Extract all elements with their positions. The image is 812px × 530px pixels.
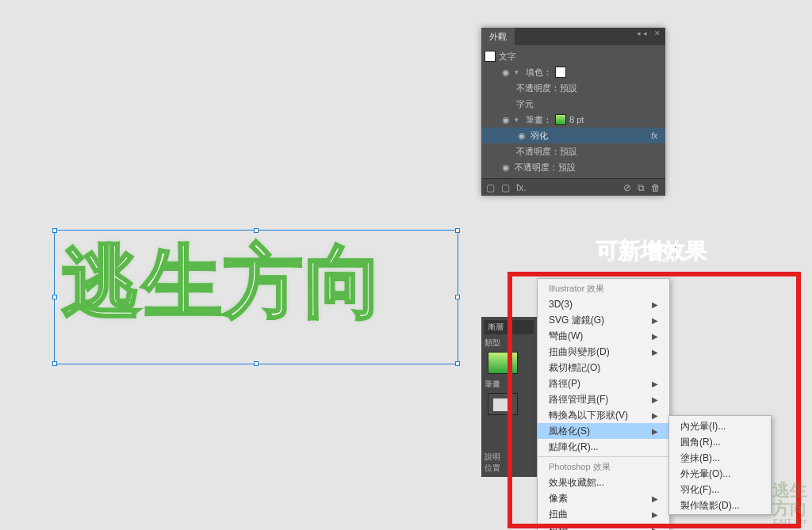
chevron-right-icon: ▶ (652, 395, 658, 404)
submenu-item[interactable]: 內光暈(I)... (669, 418, 771, 433)
submenu-item[interactable]: 塗抹(B)... (669, 449, 771, 465)
duplicate-icon[interactable]: ⧉ (638, 182, 645, 193)
opacity-label2: 不透明度：預設 (516, 146, 577, 158)
appearance-panel: ◂◂ ✕ 外觀 文字 ◉ ▾ 填色： 不透明度：預設 字元 ◉ ▾ 筆畫： 8 … (481, 28, 665, 196)
menu-item[interactable]: 彎曲(W)▶ (538, 328, 669, 344)
menu-item[interactable]: 扭曲▶ (538, 506, 669, 522)
gradient-thumb[interactable] (488, 352, 518, 374)
row-feather[interactable]: ◉ 羽化 fx (481, 128, 665, 143)
chevron-right-icon: ▶ (652, 510, 658, 519)
row-text-type[interactable]: 文字 (481, 48, 665, 64)
submenu-item[interactable]: 圓角(R)... (669, 433, 771, 449)
chevron-right-icon: ▶ (652, 300, 658, 309)
handle-l[interactable] (52, 295, 57, 299)
new-fill-icon[interactable]: ▢ (486, 182, 495, 193)
opacity-bottom-label: 不透明度：預設 (515, 162, 576, 173)
stack-thumb[interactable] (488, 393, 518, 415)
chevron-right-icon: ▶ (652, 332, 658, 341)
handle-br[interactable] (455, 361, 460, 366)
menu-item-label: 效果收藏館... (549, 476, 604, 490)
panel2-row1: 類型 (485, 337, 534, 349)
row-stroke-opacity[interactable]: 不透明度：預設 (481, 143, 665, 159)
row-fill-opacity[interactable]: 不透明度：預設 (481, 80, 665, 96)
menu-item[interactable]: 扭曲與變形(D)▶ (538, 344, 669, 360)
chevron-down-icon[interactable]: ▾ (515, 116, 523, 124)
chevron-right-icon: ▶ (652, 526, 658, 531)
watermark: 逃生 方向 EXIT Str (772, 481, 807, 525)
submenu-item[interactable]: 羽化(F)... (669, 481, 771, 497)
panel-footer: ▢ ▢ fx. ⊘ ⧉ 🗑 (481, 178, 665, 196)
menu-item[interactable]: 風格化(S)▶ (538, 423, 669, 439)
selection-bounds (54, 230, 458, 364)
watermark-line1: 逃生 (772, 480, 807, 500)
chevron-right-icon: ▶ (652, 494, 658, 503)
menu-item[interactable]: 模糊▶ (538, 522, 669, 530)
eye-icon[interactable]: ◉ (500, 115, 511, 125)
menu-item-label: 彎曲(W) (549, 330, 583, 343)
row-stroke[interactable]: ◉ ▾ 筆畫： 8 pt (481, 112, 665, 128)
text-type-label: 文字 (499, 51, 516, 63)
chevron-right-icon: ▶ (652, 348, 658, 357)
chevron-down-icon[interactable]: ▾ (515, 68, 523, 76)
trash-icon[interactable]: 🗑 (651, 182, 661, 193)
menu-item-label: 扭曲 (549, 508, 568, 521)
menu-item[interactable]: 轉換為以下形狀(V)▶ (538, 407, 669, 423)
panel-body: 文字 ◉ ▾ 填色： 不透明度：預設 字元 ◉ ▾ 筆畫： 8 pt ◉ 羽化 … (481, 45, 665, 178)
submenu-item[interactable]: 外光暈(O)... (669, 465, 771, 481)
menu-item[interactable]: 效果收藏館... (538, 475, 669, 490)
handle-bl[interactable] (52, 361, 57, 366)
handle-tr[interactable] (455, 228, 460, 233)
chevron-right-icon: ▶ (652, 427, 658, 436)
fx-menu-icon[interactable]: fx. (516, 182, 527, 193)
menu-item[interactable]: SVG 濾鏡(G)▶ (538, 312, 669, 328)
row-char[interactable]: 字元 (481, 96, 665, 112)
panel-collapse-icon[interactable]: ◂◂ ✕ (637, 29, 663, 37)
handle-t[interactable] (254, 228, 259, 233)
chevron-right-icon: ▶ (652, 379, 658, 388)
eye-icon[interactable]: ◉ (500, 67, 511, 78)
menu-item[interactable]: 路徑管理員(F)▶ (538, 391, 669, 407)
annotation-label: 可新增效果 (596, 236, 707, 266)
menu-item[interactable]: 點陣化(R)... (538, 439, 669, 455)
gradient-panel-tab[interactable]: 漸層 (485, 320, 534, 334)
menu-separator (538, 456, 669, 457)
fill-label: 填色： (526, 67, 552, 78)
stroke-size: 8 pt (569, 115, 584, 124)
menu-item-label: 像素 (549, 492, 568, 505)
submenu-item[interactable]: 製作陰影(D)... (669, 497, 771, 513)
chevron-right-icon: ▶ (652, 411, 658, 420)
menu-header: Photoshop 效果 (538, 459, 669, 475)
fill-swatch[interactable] (555, 67, 566, 78)
menu-item-label: 模糊 (549, 524, 568, 531)
char-label: 字元 (516, 98, 534, 110)
row-fill[interactable]: ◉ ▾ 填色： (481, 64, 665, 80)
menu-item-label: 3D(3) (549, 299, 573, 310)
row-opacity-bottom[interactable]: ◉ 不透明度：預設 (481, 159, 665, 175)
eye-icon[interactable]: ◉ (500, 162, 511, 173)
menu-item-label: 扭曲與變形(D) (549, 345, 610, 359)
feather-label: 羽化 (530, 130, 548, 142)
menu-item-label: 點陣化(R)... (549, 440, 599, 454)
handle-tl[interactable] (52, 228, 57, 233)
menu-item-label: 路徑管理員(F) (549, 393, 608, 406)
handle-b[interactable] (254, 361, 259, 366)
menu-item[interactable]: 裁切標記(O) (538, 360, 669, 376)
tab-appearance[interactable]: 外觀 (481, 28, 515, 46)
handle-r[interactable] (455, 295, 460, 299)
effects-context-menu: Illustrator 效果3D(3)▶SVG 濾鏡(G)▶彎曲(W)▶扭曲與變… (537, 278, 670, 530)
eye-icon[interactable]: ◉ (516, 131, 527, 141)
new-stroke-icon[interactable]: ▢ (501, 182, 510, 193)
text-swatch (485, 51, 496, 62)
watermark-line2: 方向 (772, 498, 807, 518)
clear-icon[interactable]: ⊘ (623, 182, 631, 193)
menu-item[interactable]: 路徑(P)▶ (538, 376, 669, 391)
menu-item-label: 風格化(S) (549, 425, 590, 438)
watermark-small: EXIT Str (772, 518, 807, 525)
stroke-swatch[interactable] (555, 114, 566, 125)
menu-item[interactable]: 像素▶ (538, 490, 669, 506)
panel2-row3: 說明 (485, 452, 534, 463)
chevron-right-icon: ▶ (652, 316, 658, 325)
fx-indicator[interactable]: fx (651, 132, 662, 140)
menu-item[interactable]: 3D(3)▶ (538, 296, 669, 312)
menu-item-label: 路徑(P) (549, 377, 580, 391)
